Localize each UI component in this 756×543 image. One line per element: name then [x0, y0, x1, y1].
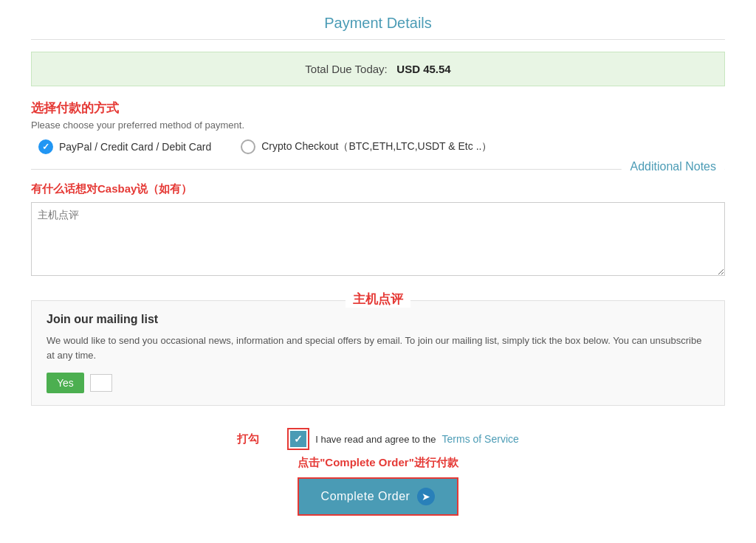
mailing-text: We would like to send you occasional new… — [47, 333, 709, 362]
complete-order-button[interactable]: Complete Order ➤ — [298, 477, 459, 516]
payment-options: PayPal / Credit Card / Debit Card Crypto… — [38, 139, 725, 154]
mailing-overlay-cn: 主机点评 — [346, 291, 410, 308]
terms-link[interactable]: Terms of Service — [442, 433, 519, 445]
total-box: Total Due Today: USD 45.54 — [31, 52, 725, 86]
bottom-section: 打勾 ✓ I have read and agree to the Terms … — [31, 428, 725, 543]
complete-order-label-cn: 点击"Complete Order"进行付款 — [31, 456, 725, 470]
additional-notes-label-cn: 有什么话想对Casbay说（如有） — [31, 182, 725, 196]
paypal-option[interactable]: PayPal / Credit Card / Debit Card — [38, 139, 211, 154]
total-label: Total Due Today: — [305, 63, 387, 75]
crypto-radio[interactable] — [241, 139, 255, 154]
terms-checkbox-wrapper: ✓ — [287, 428, 309, 450]
mailing-heading: Join our mailing list — [47, 313, 709, 326]
payment-method-subtitle: Please choose your preferred method of p… — [31, 120, 725, 131]
complete-order-center: 点击"Complete Order"进行付款 Complete Order ➤ — [31, 456, 725, 516]
payment-method-section: 选择付款的方式 Please choose your preferred met… — [31, 100, 725, 154]
page-title: Payment Details — [31, 15, 725, 40]
mailing-checkbox[interactable] — [90, 374, 112, 392]
paypal-radio[interactable] — [38, 139, 53, 154]
additional-notes-section: Additional Notes 有什么话想对Casbay说（如有） — [31, 169, 725, 278]
dagu-label: 打勾 — [237, 432, 259, 446]
terms-checkbox[interactable]: ✓ — [290, 431, 306, 447]
terms-text: I have read and agree to the — [315, 434, 436, 445]
total-amount: USD 45.54 — [396, 63, 450, 75]
arrow-circle-icon: ➤ — [417, 488, 435, 505]
paypal-label: PayPal / Credit Card / Debit Card — [59, 141, 211, 153]
additional-notes-textarea[interactable] — [31, 202, 725, 276]
mailing-section: 主机点评 Join our mailing list We would like… — [31, 300, 725, 406]
mailing-yes-button[interactable]: Yes — [47, 373, 84, 393]
payment-method-title-cn: 选择付款的方式 — [31, 100, 725, 117]
crypto-label: Crypto Checkout（BTC,ETH,LTC,USDT & Etc .… — [261, 140, 492, 153]
additional-notes-title: Additional Notes — [621, 160, 725, 173]
crypto-option[interactable]: Crypto Checkout（BTC,ETH,LTC,USDT & Etc .… — [241, 139, 492, 154]
